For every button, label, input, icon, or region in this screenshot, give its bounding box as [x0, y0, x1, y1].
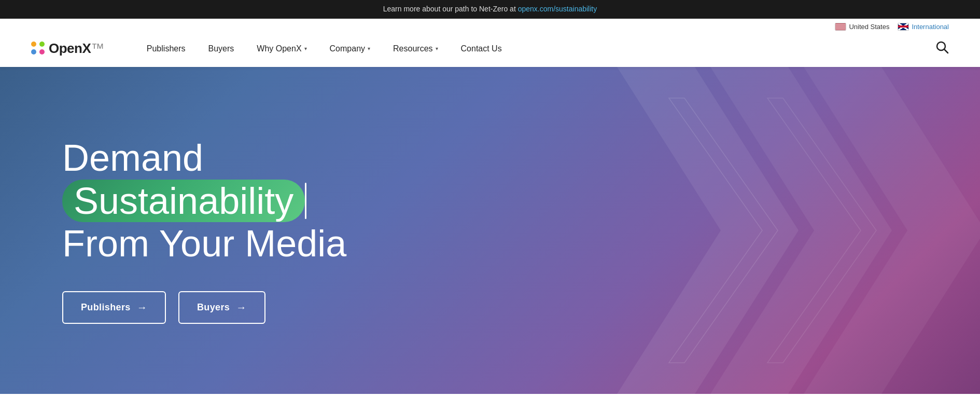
svg-marker-3: [710, 67, 892, 394]
nav-item-buyers[interactable]: Buyers: [197, 31, 246, 67]
top-banner: Learn more about our path to Net-Zero at…: [0, 0, 980, 19]
nav-item-resources[interactable]: Resources ▾: [382, 31, 449, 67]
search-button[interactable]: [935, 40, 949, 57]
nav-label-contact: Contact Us: [461, 44, 502, 53]
logo-trademark: ™: [91, 40, 104, 56]
dot-blue: [31, 49, 36, 54]
locale-bar: United States International: [0, 19, 980, 31]
main-nav: Publishers Buyers Why OpenX ▾ Company ▾ …: [135, 31, 935, 67]
svg-line-1: [945, 49, 948, 53]
hero-content: Demand Sustainability From Your Media Pu…: [0, 136, 467, 324]
svg-point-0: [937, 42, 945, 50]
buyers-cta-label: Buyers: [197, 302, 230, 313]
nav-item-company[interactable]: Company ▾: [318, 31, 382, 67]
nav-item-publishers[interactable]: Publishers: [135, 31, 197, 67]
publishers-cta-label: Publishers: [81, 302, 131, 313]
headline-before: Demand: [62, 137, 203, 179]
nav-item-why-openx[interactable]: Why OpenX ▾: [245, 31, 318, 67]
svg-marker-5: [669, 98, 778, 363]
flag-us-icon: [835, 23, 846, 31]
svg-marker-4: [804, 67, 980, 394]
dot-pink: [39, 49, 45, 54]
openx-logo: OpenX™: [31, 40, 104, 57]
svg-marker-6: [767, 98, 876, 363]
logo-text: OpenX™: [49, 40, 104, 57]
dot-orange: [31, 42, 36, 47]
publishers-cta-button[interactable]: Publishers →: [62, 291, 166, 324]
nav-label-buyers: Buyers: [208, 44, 234, 53]
locale-intl[interactable]: International: [898, 23, 949, 31]
hero-section: Demand Sustainability From Your Media Pu…: [0, 67, 980, 394]
hero-geometric-shapes: [513, 67, 980, 394]
nav-item-contact[interactable]: Contact Us: [450, 31, 513, 67]
dot-green: [39, 42, 45, 47]
buyers-cta-button[interactable]: Buyers →: [178, 291, 265, 324]
hero-headline: Demand Sustainability From Your Media: [62, 136, 404, 265]
banner-text: Learn more about our path to Net-Zero at: [383, 5, 518, 13]
svg-marker-2: [617, 67, 799, 394]
nav-label-publishers: Publishers: [147, 44, 186, 53]
search-icon: [935, 40, 949, 54]
locale-us: United States: [835, 23, 889, 31]
chevron-down-icon: ▾: [368, 46, 370, 51]
flag-uk-icon: [898, 23, 909, 31]
header: United States International OpenX™ Publi…: [0, 19, 980, 67]
headline-highlight: Sustainability: [62, 180, 305, 223]
logo-dots: [31, 42, 46, 56]
arrow-icon: →: [137, 302, 147, 313]
main-nav-bar: OpenX™ Publishers Buyers Why OpenX ▾ Com…: [0, 31, 980, 67]
arrow-icon: →: [236, 302, 246, 313]
us-label: United States: [849, 23, 889, 31]
chevron-down-icon: ▾: [304, 46, 307, 51]
hero-line1: Demand Sustainability: [62, 136, 404, 223]
nav-label-resources: Resources: [393, 44, 432, 53]
hero-line2: From Your Media: [62, 222, 404, 265]
logo[interactable]: OpenX™: [31, 40, 104, 57]
banner-link[interactable]: openx.com/sustainability: [518, 5, 597, 13]
nav-label-why-openx: Why OpenX: [257, 44, 301, 53]
intl-link[interactable]: International: [912, 23, 949, 31]
nav-label-company: Company: [330, 44, 365, 53]
hero-cta-buttons: Publishers → Buyers →: [62, 291, 404, 324]
chevron-down-icon: ▾: [436, 46, 438, 51]
